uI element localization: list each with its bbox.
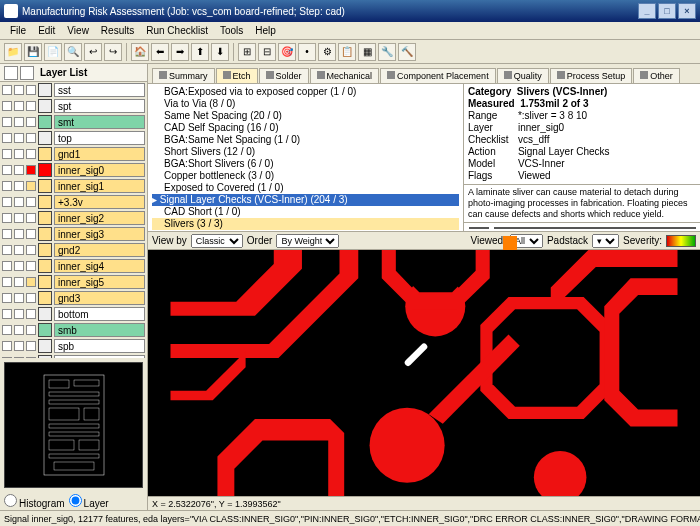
tree-node[interactable]: CAD Short (1 / 0) — [152, 206, 459, 218]
layer-swatch-icon[interactable] — [38, 115, 52, 129]
layer-swatch-icon[interactable] — [38, 147, 52, 161]
layer-swatch-icon[interactable] — [38, 99, 52, 113]
layer-name[interactable]: inner_sig3 — [54, 227, 145, 241]
layer-row[interactable]: gnd2 — [0, 242, 147, 258]
tree-node[interactable]: BGA:Short Slivers (6 / 0) — [152, 158, 459, 170]
menu-file[interactable]: File — [4, 25, 32, 36]
toolbar-button[interactable]: ⊟ — [258, 43, 276, 61]
padstack-select[interactable]: ▾ — [592, 234, 619, 248]
toolbar-button[interactable]: 🎯 — [278, 43, 296, 61]
layer-name[interactable]: ssb — [54, 355, 145, 358]
layer-row[interactable]: top — [0, 130, 147, 146]
layer-name[interactable]: spt — [54, 99, 145, 113]
layer-name[interactable]: spb — [54, 339, 145, 353]
layer-checkbox2[interactable] — [14, 101, 24, 111]
layer-checkbox2[interactable] — [14, 165, 24, 175]
layer-checkbox2[interactable] — [14, 133, 24, 143]
layer-checkbox2[interactable] — [14, 245, 24, 255]
result-tree[interactable]: BGA:Exposed via to exposed copper (1 / 0… — [148, 84, 464, 231]
tree-node[interactable]: Exposed to Covered (1 / 0) — [152, 182, 459, 194]
menu-view[interactable]: View — [61, 25, 95, 36]
layer-header-icon[interactable] — [4, 66, 18, 80]
minimize-button[interactable]: _ — [638, 3, 656, 19]
layer-checkbox[interactable] — [2, 85, 12, 95]
layer-row[interactable]: smt — [0, 114, 147, 130]
layer-checkbox[interactable] — [2, 357, 12, 358]
layer-header-icon[interactable] — [20, 66, 34, 80]
menu-run-checklist[interactable]: Run Checklist — [140, 25, 214, 36]
tree-node[interactable]: BGA:Same Net Spacing (1 / 0) — [152, 134, 459, 146]
tree-node[interactable]: Same Net Spacing (20 / 0) — [152, 110, 459, 122]
toolbar-button[interactable]: 📁 — [4, 43, 22, 61]
layer-name[interactable]: gnd2 — [54, 243, 145, 257]
layer-checkbox[interactable] — [2, 341, 12, 351]
toolbar-button[interactable]: ⬆ — [191, 43, 209, 61]
layer-row[interactable]: inner_sig4 — [0, 258, 147, 274]
layer-swatch-icon[interactable] — [38, 323, 52, 337]
layer-checkbox2[interactable] — [14, 277, 24, 287]
layer-row[interactable]: spt — [0, 98, 147, 114]
toolbar-button[interactable]: 🔨 — [398, 43, 416, 61]
tree-node[interactable]: Stubs (2 / 0) — [152, 230, 459, 231]
layer-checkbox2[interactable] — [14, 357, 24, 358]
tree-node[interactable]: CAD Self Spacing (16 / 0) — [152, 122, 459, 134]
layer-checkbox2[interactable] — [14, 293, 24, 303]
radio-layer[interactable]: Layer — [69, 494, 109, 509]
layer-row[interactable]: spb — [0, 338, 147, 354]
order-select[interactable]: By Weight — [276, 234, 339, 248]
layer-row[interactable]: +3.3v — [0, 194, 147, 210]
toolbar-button[interactable]: 📄 — [44, 43, 62, 61]
severity-icon[interactable] — [666, 235, 696, 247]
layer-swatch-icon[interactable] — [38, 339, 52, 353]
layer-name[interactable]: smb — [54, 323, 145, 337]
layer-row[interactable]: inner_sig2 — [0, 210, 147, 226]
layer-swatch-icon[interactable] — [38, 243, 52, 257]
toolbar-button[interactable]: 🏠 — [131, 43, 149, 61]
layer-checkbox2[interactable] — [14, 213, 24, 223]
toolbar-button[interactable]: ➡ — [171, 43, 189, 61]
layer-checkbox2[interactable] — [14, 325, 24, 335]
layer-checkbox2[interactable] — [14, 149, 24, 159]
toolbar-button[interactable]: 📋 — [338, 43, 356, 61]
layer-checkbox[interactable] — [2, 309, 12, 319]
tab-component-placement[interactable]: Component Placement — [380, 68, 496, 83]
pcb-canvas[interactable] — [148, 250, 700, 496]
maximize-button[interactable]: □ — [658, 3, 676, 19]
layer-swatch-icon[interactable] — [38, 355, 52, 358]
tab-etch[interactable]: Etch — [216, 68, 258, 83]
layer-name[interactable]: inner_sig0 — [54, 163, 145, 177]
layer-swatch-icon[interactable] — [38, 307, 52, 321]
layer-checkbox2[interactable] — [14, 341, 24, 351]
tree-node[interactable]: Via to Via (8 / 0) — [152, 98, 459, 110]
toolbar-button[interactable]: ⬇ — [211, 43, 229, 61]
layer-checkbox[interactable] — [2, 165, 12, 175]
menu-edit[interactable]: Edit — [32, 25, 61, 36]
layer-checkbox[interactable] — [2, 277, 12, 287]
toolbar-button[interactable]: 🔍 — [64, 43, 82, 61]
layer-swatch-icon[interactable] — [38, 211, 52, 225]
menu-tools[interactable]: Tools — [214, 25, 249, 36]
layer-name[interactable]: bottom — [54, 307, 145, 321]
layer-name[interactable]: top — [54, 131, 145, 145]
layer-swatch-icon[interactable] — [38, 195, 52, 209]
toolbar-button[interactable]: ↩ — [84, 43, 102, 61]
layer-row[interactable]: inner_sig3 — [0, 226, 147, 242]
layer-checkbox[interactable] — [2, 293, 12, 303]
layer-row[interactable]: inner_sig0 — [0, 162, 147, 178]
layer-name[interactable]: sst — [54, 83, 145, 97]
toolbar-button[interactable]: ⬅ — [151, 43, 169, 61]
toolbar-button[interactable]: ⊞ — [238, 43, 256, 61]
radio-histogram[interactable]: Histogram — [4, 494, 65, 509]
layer-checkbox[interactable] — [2, 133, 12, 143]
layer-name[interactable]: inner_sig2 — [54, 211, 145, 225]
layer-row[interactable]: gnd3 — [0, 290, 147, 306]
layer-checkbox[interactable] — [2, 325, 12, 335]
layer-swatch-icon[interactable] — [38, 179, 52, 193]
layer-checkbox[interactable] — [2, 245, 12, 255]
layer-row[interactable]: bottom — [0, 306, 147, 322]
layer-row[interactable]: ssb — [0, 354, 147, 358]
layer-checkbox2[interactable] — [14, 181, 24, 191]
toolbar-button[interactable]: ▦ — [358, 43, 376, 61]
layer-name[interactable]: smt — [54, 115, 145, 129]
layer-row[interactable]: inner_sig1 — [0, 178, 147, 194]
